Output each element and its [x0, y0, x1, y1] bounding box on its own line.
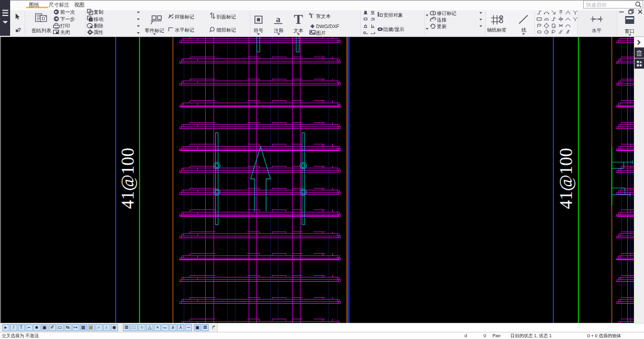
svg-text:细部标记: 细部标记: [216, 27, 236, 33]
svg-text:复制: 复制: [94, 10, 103, 15]
svg-text:尺寸标注: 尺寸标注: [49, 2, 70, 8]
svg-text:41@100: 41@100: [556, 148, 576, 209]
svg-text:文本: 文本: [293, 28, 303, 33]
svg-text:删除: 删除: [94, 23, 103, 29]
svg-text:轴线标签: 轴线标签: [487, 27, 507, 33]
svg-text:图纸: 图纸: [29, 2, 39, 8]
svg-text:下一步: 下一步: [60, 17, 75, 22]
svg-text:a: a: [276, 15, 281, 24]
svg-text:DWG/DXF: DWG/DXF: [316, 24, 339, 29]
svg-text:连接: 连接: [437, 17, 447, 23]
svg-text:图纸列表: 图纸列表: [32, 28, 51, 33]
svg-text:属性: 属性: [94, 30, 103, 35]
svg-text:焊接标记: 焊接标记: [175, 14, 194, 20]
svg-text:?: ?: [18, 27, 21, 33]
svg-text:水平: 水平: [592, 28, 601, 33]
svg-text:图片: 图片: [316, 30, 326, 36]
svg-text:剖面标记: 剖面标记: [216, 14, 236, 20]
svg-text:安排对象: 安排对象: [383, 13, 403, 18]
svg-text:窗口: 窗口: [625, 29, 634, 34]
svg-text:线: 线: [521, 27, 526, 33]
svg-text:T: T: [294, 12, 303, 27]
svg-text:快速启动: 快速启动: [586, 2, 606, 8]
svg-text:更新: 更新: [437, 24, 447, 29]
svg-text:前一次: 前一次: [60, 10, 75, 15]
svg-text:注释: 注释: [274, 28, 283, 33]
svg-text:关闭: 关闭: [60, 30, 70, 35]
svg-text:宣文本: 宣文本: [316, 14, 331, 19]
svg-text:水平标记: 水平标记: [175, 27, 194, 33]
svg-text:修订标记: 修订标记: [437, 11, 457, 16]
svg-text:符号: 符号: [253, 28, 263, 33]
svg-text:零件标记: 零件标记: [145, 28, 165, 33]
svg-text:视图: 视图: [74, 2, 84, 8]
svg-text:41@100: 41@100: [118, 147, 138, 209]
svg-text:打印: 打印: [60, 23, 70, 29]
svg-text:隐藏/显示: 隐藏/显示: [383, 27, 404, 32]
svg-text:移动: 移动: [94, 17, 103, 22]
